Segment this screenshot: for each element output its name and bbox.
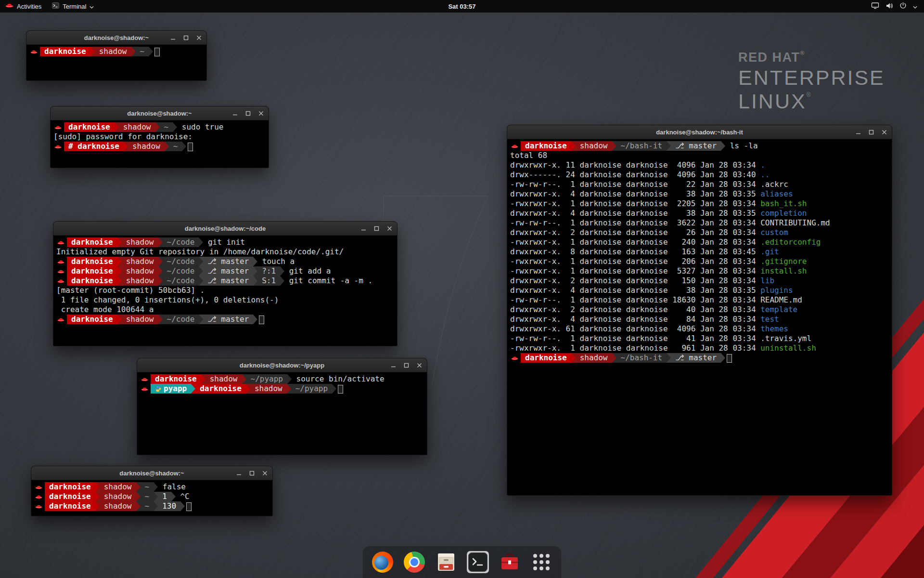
prompt-segment-user: darknoise (67, 315, 117, 324)
redhat-fedora-icon (56, 257, 67, 266)
powerline-separator (612, 353, 616, 363)
close-button[interactable] (257, 110, 264, 117)
maximize-button[interactable] (248, 470, 255, 476)
activities-button[interactable]: Activities (0, 0, 47, 13)
close-button[interactable] (416, 362, 423, 368)
terminal-window-pyapp[interactable]: darknoise@shadow:~/pyapp darknoiseshadow… (137, 358, 427, 455)
show-applications-button[interactable] (530, 551, 552, 573)
maximize-button[interactable] (182, 34, 189, 41)
dock-firefox-icon[interactable] (372, 551, 394, 573)
maximize-button[interactable] (868, 129, 874, 135)
prompt-segment-host: shadow (95, 47, 131, 56)
window-title: darknoise@shadow:~/bash-it (656, 129, 743, 136)
terminal-text: drwxrwxr-x. 8 darknoise darknoise 163 Ja… (510, 247, 760, 257)
maximize-button[interactable] (373, 225, 380, 232)
titlebar[interactable]: darknoise@shadow:~ (26, 31, 206, 45)
redhat-fedora-icon (510, 141, 521, 151)
dock-files-icon[interactable] (435, 551, 457, 573)
terminal-line: create mode 100644 a (56, 305, 394, 315)
terminal-window-home-1[interactable]: darknoise@shadow:~ darknoiseshadow~ (26, 30, 207, 81)
wordmark-red-hat: RED HAT® (738, 50, 885, 64)
terminal-content[interactable]: darknoiseshadow~/bash-it⎇ master ls -lat… (507, 139, 892, 495)
close-button[interactable] (386, 225, 393, 232)
powerline-separator (165, 142, 169, 151)
terminal-content[interactable]: darknoiseshadow~ sudo true[sudo] passwor… (51, 120, 269, 168)
terminal-text: .editorconfig (760, 237, 821, 247)
close-button[interactable] (261, 470, 268, 476)
chevron-down-icon (90, 3, 94, 10)
terminal-line: darknoiseshadow~ (29, 47, 204, 56)
powerline-separator (280, 276, 284, 286)
app-menu-button[interactable]: Terminal (47, 0, 99, 13)
powerline-separator (154, 482, 158, 492)
redhat-fedora-icon (56, 237, 67, 247)
titlebar[interactable]: darknoise@shadow:~/bash-it (507, 125, 892, 139)
terminal-text: lib (760, 276, 774, 286)
python-icon (155, 385, 161, 394)
files-icon (436, 552, 457, 573)
terminal-window-exit-codes[interactable]: darknoise@shadow:~ darknoiseshadow~ fals… (31, 466, 273, 516)
powerline-separator (117, 257, 122, 266)
terminal-line: darknoiseshadow~/code⎇ master?:1 git add… (56, 266, 394, 276)
prompt-segment-host: shadow (122, 315, 158, 324)
terminal-line: -rw-rw-r--. 1 darknoise darknoise 3622 J… (510, 218, 889, 228)
dock-chrome-icon[interactable] (403, 551, 425, 573)
minimize-button[interactable] (235, 470, 242, 476)
prompt-segment-path: ~/bash-it (616, 141, 667, 151)
power-icon (899, 2, 907, 11)
prompt-segment-path: ~ (169, 142, 182, 151)
terminal-text: README.md (760, 295, 802, 305)
toolbox-icon (499, 552, 520, 573)
terminal-line: darknoiseshadow~/code⎇ master (56, 315, 394, 324)
terminal-content[interactable]: darknoiseshadow~/pyapp source bin/activa… (137, 372, 427, 455)
powerline-separator (253, 276, 257, 286)
powerline-separator (332, 384, 336, 394)
titlebar[interactable]: darknoise@shadow:~/pyapp (137, 358, 427, 372)
terminal-cursor (338, 385, 343, 394)
terminal-content[interactable]: darknoiseshadow~/code git initInitialize… (53, 236, 397, 346)
powerline-separator (117, 237, 122, 247)
terminal-window-sudo[interactable]: darknoise@shadow:~ darknoiseshadow~ sudo… (50, 106, 269, 168)
close-button[interactable] (881, 129, 887, 135)
terminal-text: total 68 (510, 151, 547, 160)
dock-toolbox-icon[interactable] (499, 551, 521, 573)
dock-terminal-icon[interactable] (467, 551, 489, 573)
powerline-separator (287, 384, 291, 394)
terminal-text: -rwxrwxr-x. 1 darknoise darknoise 2205 J… (510, 199, 760, 209)
terminal-text: completion (760, 209, 807, 218)
terminal-text: . (760, 160, 765, 170)
terminal-window-code[interactable]: darknoise@shadow:~/code darknoiseshadow~… (53, 221, 398, 346)
terminal-text: -rwxrwxr-x. 1 darknoise darknoise 5327 J… (510, 266, 760, 276)
prompt-segment-user: darknoise (64, 122, 115, 132)
titlebar[interactable]: darknoise@shadow:~ (31, 466, 272, 480)
powerline-separator (667, 141, 671, 151)
titlebar[interactable]: darknoise@shadow:~ (51, 106, 269, 120)
window-title: darknoise@shadow:~/pyapp (240, 362, 324, 369)
redhat-fedora-icon (140, 384, 151, 394)
system-tray[interactable] (864, 0, 924, 13)
maximize-button[interactable] (403, 362, 410, 368)
minimize-button[interactable] (169, 34, 176, 41)
terminal-line: drwxrwxr-x. 4 darknoise darknoise 38 Jan… (510, 286, 889, 295)
minimize-button[interactable] (855, 129, 861, 135)
terminal-line: darknoiseshadow~/bash-it⎇ master ls -la (510, 141, 889, 151)
maximize-button[interactable] (244, 110, 251, 117)
titlebar[interactable]: darknoise@shadow:~/code (53, 222, 397, 236)
redhat-fedora-icon (34, 501, 45, 511)
powerline-separator (287, 374, 292, 384)
clock[interactable]: Sat 03:57 (0, 3, 924, 10)
minimize-button[interactable] (360, 225, 367, 232)
terminal-content[interactable]: darknoiseshadow~ (26, 45, 206, 80)
minimize-button[interactable] (390, 362, 397, 368)
close-button[interactable] (195, 34, 202, 41)
powerline-separator (90, 47, 95, 56)
terminal-line: [sudo] password for darknoise: (53, 132, 266, 142)
prompt-segment-git: ⎇ master (203, 315, 253, 324)
powerline-separator (158, 257, 163, 266)
terminal-window-bash-it[interactable]: darknoise@shadow:~/bash-it darknoiseshad… (507, 125, 892, 496)
terminal-content[interactable]: darknoiseshadow~ falsedarknoiseshadow~1 … (31, 480, 272, 516)
terminal-text: drwxrwxr-x. 4 darknoise darknoise 84 Jan… (510, 315, 760, 324)
minimize-button[interactable] (231, 110, 238, 117)
terminal-text: -rw-rw-r--. 1 darknoise darknoise 22 Jan… (510, 180, 760, 189)
powerline-separator (253, 315, 257, 324)
